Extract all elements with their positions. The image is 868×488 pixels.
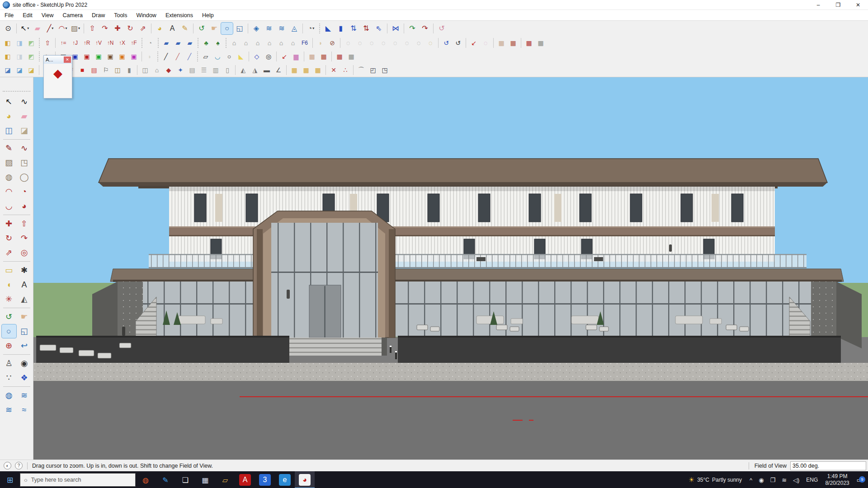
pen-line-icon[interactable]: ╱: [160, 52, 171, 61]
arrow-x-icon[interactable]: ↑X: [117, 38, 127, 48]
beam-dark-icon[interactable]: ▬: [261, 65, 272, 75]
box-gold-icon[interactable]: ◧: [2, 38, 13, 48]
move-icon[interactable]: ✚: [112, 23, 123, 34]
house-dormer-icon[interactable]: ⌂: [276, 38, 287, 48]
palette-drag-handle[interactable]: [3, 91, 30, 92]
box-green-icon[interactable]: ◩: [26, 38, 37, 48]
tree-render-icon[interactable]: ♠: [212, 38, 223, 48]
grid-red-edge-icon[interactable]: ▦: [318, 52, 329, 61]
line-icon[interactable]: ✎: [2, 141, 16, 155]
loop-3-icon[interactable]: ◌: [366, 38, 377, 48]
pentagon-blue-icon[interactable]: ◇: [251, 52, 262, 61]
pan-icon[interactable]: ☛: [208, 23, 220, 34]
grid-red-icon[interactable]: ▦: [508, 38, 519, 48]
pen-hatch-blue-icon[interactable]: ╱: [184, 52, 195, 61]
bowtie-view-icon[interactable]: ⋈: [390, 23, 401, 34]
menu-view[interactable]: View: [37, 11, 58, 20]
eraser-icon[interactable]: ▰: [17, 109, 32, 123]
look-around-icon[interactable]: ◉: [17, 357, 32, 370]
loop-1-icon[interactable]: ◌: [343, 38, 354, 48]
trapezoid-icon[interactable]: ▱: [200, 52, 211, 61]
f6-script-icon[interactable]: F6: [299, 38, 310, 48]
menu-help[interactable]: Help: [198, 11, 218, 20]
move-icon[interactable]: ✚: [2, 217, 16, 230]
orbit-icon[interactable]: ↺: [2, 310, 16, 324]
text-icon[interactable]: A: [17, 278, 32, 291]
grid-gold-2-icon[interactable]: ▦: [301, 65, 311, 75]
menu-file[interactable]: File: [0, 11, 18, 20]
lasso-icon[interactable]: ∿: [17, 95, 32, 108]
pen-hatch-red-icon[interactable]: ╱: [172, 52, 183, 61]
elbow-brown-icon[interactable]: ◫: [112, 65, 123, 75]
turn-right-icon[interactable]: ↷: [419, 23, 431, 34]
loop-yellow-icon[interactable]: ◌: [425, 38, 436, 48]
box-orange-icon[interactable]: ▣: [117, 52, 127, 61]
push-pull-icon[interactable]: ⇧: [86, 23, 98, 34]
taskbar-app-task-view[interactable]: ❏: [175, 471, 195, 488]
loop-6-icon[interactable]: ◌: [401, 38, 412, 48]
red-gem-component-icon[interactable]: ◆: [52, 67, 64, 79]
walk-icon[interactable]: ∵: [2, 371, 16, 385]
square-red-icon[interactable]: ■: [77, 65, 88, 75]
taskbar-app-file-explorer[interactable]: ▱: [215, 471, 235, 488]
next-view-icon[interactable]: ≋: [276, 23, 288, 34]
move-camera-icon[interactable]: ❖: [17, 371, 32, 385]
zoom-tool-icon[interactable]: ⊙: [2, 23, 14, 34]
tray-wifi-icon[interactable]: ≋: [778, 477, 790, 483]
brush-pink-icon[interactable]: ▆: [291, 52, 302, 61]
line-icon[interactable]: ╱▾: [44, 23, 56, 34]
spray-blue-icon[interactable]: ✦: [175, 65, 186, 75]
loop-5-icon[interactable]: ◌: [390, 38, 401, 48]
menu-window[interactable]: Window: [132, 11, 160, 20]
standard-views-icon[interactable]: ◬: [288, 23, 300, 34]
fan-fold-icon[interactable]: ◔: [145, 38, 156, 48]
zoom-window-icon[interactable]: ◱: [17, 324, 32, 338]
section-display-icon[interactable]: ≋: [17, 389, 32, 402]
box-pair-icon[interactable]: ◰: [368, 65, 378, 75]
sketch-plane-2-icon[interactable]: ▰: [173, 38, 184, 48]
position-camera-icon[interactable]: ♙: [2, 357, 16, 370]
language-indicator[interactable]: ENG: [802, 477, 821, 483]
select-icon[interactable]: ↖: [2, 95, 16, 108]
polygon-icon[interactable]: ◯: [17, 170, 32, 184]
arc-blue-icon[interactable]: ◡: [212, 52, 223, 61]
previous-view-icon[interactable]: ≋: [263, 23, 275, 34]
component-icon[interactable]: ◫: [2, 124, 16, 137]
close-button[interactable]: ✕: [848, 0, 868, 9]
stair-tool-icon[interactable]: ▤: [187, 65, 198, 75]
pipe-gray-icon[interactable]: ▮: [124, 65, 135, 75]
arrow-n-icon[interactable]: ↑N: [105, 38, 116, 48]
loop-2-icon[interactable]: ◌: [354, 38, 365, 48]
avatar-icon[interactable]: ◔▾: [305, 23, 317, 34]
menu-draw[interactable]: Draw: [87, 11, 109, 20]
taskbar-search[interactable]: ○ Type here to search: [20, 473, 136, 487]
section-fill-icon[interactable]: ≋: [2, 403, 16, 417]
tray-cast-icon[interactable]: ❐: [767, 477, 778, 483]
mesh-gray-icon[interactable]: ▦: [535, 38, 546, 48]
pencil-circle-icon[interactable]: ⊘: [327, 38, 338, 48]
grid-tan-icon[interactable]: ▦: [496, 38, 507, 48]
paint-bucket-icon[interactable]: ◕: [2, 109, 16, 123]
leaf-white-icon[interactable]: ◗: [144, 52, 155, 61]
notification-center[interactable]: ▭ 9: [853, 476, 868, 483]
zoom-previous-icon[interactable]: ↩: [17, 339, 32, 352]
pillar-tool-icon[interactable]: ▯: [222, 65, 233, 75]
loop-dark-icon[interactable]: ↺: [453, 38, 463, 48]
curve-path-icon[interactable]: ⌒: [356, 65, 367, 75]
plane-gold-icon[interactable]: ◧: [2, 52, 13, 61]
rectangle-icon[interactable]: ▨: [2, 156, 16, 169]
plane-white-icon[interactable]: ◨: [14, 52, 25, 61]
minimize-button[interactable]: –: [808, 0, 828, 9]
tree-proxy-icon[interactable]: ♣: [201, 38, 212, 48]
grid-gold-1-icon[interactable]: ▦: [289, 65, 300, 75]
zoom-window-icon[interactable]: ◱: [234, 23, 245, 34]
menu-camera[interactable]: Camera: [58, 11, 87, 20]
floating-panel-titlebar[interactable]: A... ✕: [44, 56, 72, 64]
entrance-portal[interactable]: [253, 211, 395, 338]
wall-tool-icon[interactable]: ▥: [210, 65, 221, 75]
taskbar-app-sketchup[interactable]: ◕: [295, 471, 315, 488]
pan-icon[interactable]: ☛: [17, 310, 32, 324]
3d-text-icon[interactable]: A: [166, 23, 178, 34]
3d-text-icon[interactable]: ◭: [17, 292, 32, 306]
stand-tool-icon[interactable]: ▮: [335, 23, 347, 34]
